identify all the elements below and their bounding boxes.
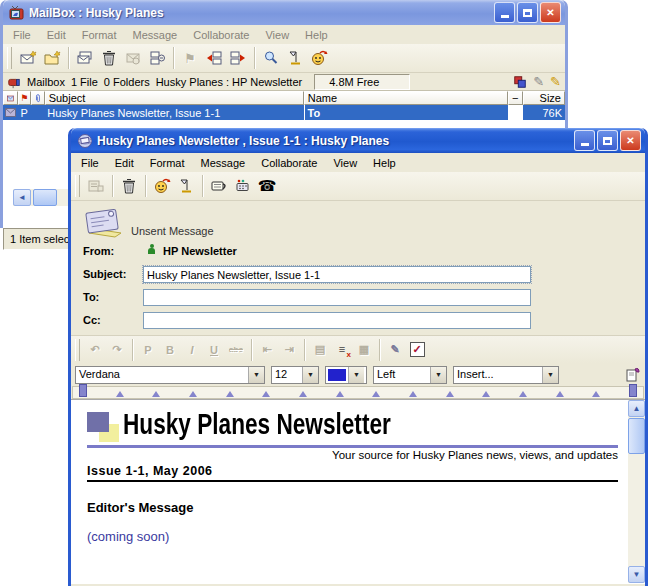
paragraph-button[interactable]: P bbox=[137, 340, 159, 360]
menu-format[interactable]: Format bbox=[74, 27, 125, 43]
toolbar-drag-handle[interactable] bbox=[7, 47, 12, 69]
menu-view[interactable]: View bbox=[325, 155, 365, 171]
minimize-button[interactable] bbox=[574, 130, 595, 151]
tab-stop-marker[interactable] bbox=[372, 391, 380, 397]
redirect-button[interactable] bbox=[150, 174, 174, 198]
cc-input[interactable] bbox=[143, 312, 531, 329]
label-button[interactable] bbox=[174, 174, 198, 198]
spellcheck-button[interactable]: ✓ bbox=[406, 340, 428, 360]
scroll-down-button[interactable]: ▼ bbox=[628, 566, 645, 583]
tab-stop-marker[interactable] bbox=[226, 391, 234, 397]
tab-stop-marker[interactable] bbox=[519, 391, 527, 397]
menu-edit[interactable]: Edit bbox=[39, 27, 74, 43]
right-margin-marker[interactable] bbox=[629, 384, 637, 397]
chevron-down-icon[interactable]: ▼ bbox=[348, 367, 364, 383]
tab-stop-marker[interactable] bbox=[592, 391, 600, 397]
menu-message[interactable]: Message bbox=[193, 155, 254, 171]
size-column-header[interactable]: Size bbox=[523, 91, 565, 105]
collapse-messages-button[interactable] bbox=[145, 46, 169, 70]
close-button[interactable]: ✕ bbox=[540, 2, 561, 23]
strikethrough-button[interactable]: abc bbox=[225, 340, 247, 360]
outdent-button[interactable]: ⇤ bbox=[256, 340, 278, 360]
send-message-button[interactable] bbox=[207, 174, 231, 198]
vertical-scrollbar[interactable]: ▲ ▼ bbox=[628, 400, 645, 583]
chevron-down-icon[interactable]: ▼ bbox=[430, 367, 446, 383]
flag-button[interactable]: ⚑ bbox=[178, 46, 202, 70]
next-message-button[interactable] bbox=[226, 46, 250, 70]
attachment-column-header[interactable] bbox=[31, 91, 45, 105]
message-body-area[interactable]: Husky Planes Newsletter Your source for … bbox=[71, 399, 645, 583]
queue-message-button[interactable] bbox=[84, 174, 108, 198]
indent-button[interactable]: ⇥ bbox=[278, 340, 300, 360]
menu-view[interactable]: View bbox=[257, 27, 297, 43]
check-mail-button[interactable] bbox=[121, 46, 145, 70]
redirect-button[interactable] bbox=[307, 46, 331, 70]
menu-message[interactable]: Message bbox=[125, 27, 186, 43]
underline-button[interactable]: U bbox=[203, 340, 225, 360]
signature-pencil-icon[interactable]: ✎ bbox=[550, 75, 561, 88]
italic-button[interactable]: I bbox=[181, 340, 203, 360]
status-column-header[interactable] bbox=[3, 91, 18, 105]
tab-stop-marker[interactable] bbox=[446, 391, 454, 397]
menu-format[interactable]: Format bbox=[142, 155, 193, 171]
redo-button[interactable]: ↷ bbox=[106, 340, 128, 360]
address-book-button[interactable] bbox=[231, 174, 255, 198]
mailbox-titlebar[interactable]: MailBox : Husky Planes ✕ bbox=[3, 0, 565, 25]
layers-icon[interactable] bbox=[513, 75, 527, 89]
to-input[interactable] bbox=[143, 289, 531, 306]
maximize-button[interactable] bbox=[517, 2, 538, 23]
alignment-select[interactable]: Left ▼ bbox=[373, 366, 447, 384]
scroll-thumb[interactable] bbox=[33, 189, 57, 206]
search-button[interactable] bbox=[259, 46, 283, 70]
flag-column-header[interactable]: ⚑ bbox=[18, 91, 31, 105]
close-button[interactable]: ✕ bbox=[620, 130, 641, 151]
menu-file[interactable]: File bbox=[5, 27, 39, 43]
minimize-button[interactable] bbox=[494, 2, 515, 23]
scroll-up-button[interactable]: ▲ bbox=[628, 400, 645, 417]
clear-format-button[interactable]: ≡ x bbox=[331, 340, 353, 360]
previous-message-button[interactable] bbox=[202, 46, 226, 70]
left-margin-marker[interactable] bbox=[79, 384, 87, 397]
tab-stop-marker[interactable] bbox=[556, 391, 564, 397]
new-folder-button[interactable] bbox=[40, 46, 64, 70]
delete-button[interactable] bbox=[117, 174, 141, 198]
menu-collaborate[interactable]: Collaborate bbox=[185, 27, 257, 43]
newsletter-document[interactable]: Husky Planes Newsletter Your source for … bbox=[71, 400, 628, 583]
chevron-down-icon[interactable]: ▼ bbox=[302, 367, 318, 383]
text-color-select[interactable]: ▼ bbox=[325, 366, 367, 384]
scroll-thumb[interactable] bbox=[628, 418, 645, 454]
menu-help[interactable]: Help bbox=[365, 155, 404, 171]
tab-stop-marker[interactable] bbox=[116, 391, 124, 397]
tab-stop-marker[interactable] bbox=[336, 391, 344, 397]
menu-file[interactable]: File bbox=[73, 155, 107, 171]
label-button[interactable] bbox=[283, 46, 307, 70]
page-options-icon[interactable] bbox=[625, 367, 641, 383]
undo-button[interactable]: ↶ bbox=[84, 340, 106, 360]
font-size-select[interactable]: 12 ▼ bbox=[271, 366, 319, 384]
tab-stop-marker[interactable] bbox=[482, 391, 490, 397]
toolbar-drag-handle[interactable] bbox=[75, 339, 80, 361]
table-button[interactable]: ▤ bbox=[309, 340, 331, 360]
subject-input[interactable] bbox=[143, 266, 531, 283]
delete-button[interactable] bbox=[97, 46, 121, 70]
name-column-header[interactable]: Name bbox=[304, 91, 508, 105]
tab-stop-marker[interactable] bbox=[262, 391, 270, 397]
signature-button[interactable]: ✎ bbox=[384, 340, 406, 360]
copy-message-button[interactable] bbox=[73, 46, 97, 70]
collapse-column-button[interactable]: − bbox=[508, 91, 523, 105]
ruler[interactable] bbox=[72, 386, 644, 399]
toolbar-drag-handle[interactable] bbox=[75, 175, 80, 197]
compose-window[interactable]: Husky Planes Newsletter , Issue 1-1 : Hu… bbox=[68, 128, 648, 586]
font-select[interactable]: Verdana ▼ bbox=[75, 366, 265, 384]
pencil-icon[interactable]: ✎ bbox=[533, 75, 544, 88]
tab-stop-marker[interactable] bbox=[189, 391, 197, 397]
tab-stop-marker[interactable] bbox=[409, 391, 417, 397]
bold-button[interactable]: B bbox=[159, 340, 181, 360]
maximize-button[interactable] bbox=[597, 130, 618, 151]
dialup-button[interactable]: ☎ bbox=[255, 174, 279, 198]
message-row[interactable]: P Husky Planes Newsletter, Issue 1-1 To … bbox=[3, 105, 565, 120]
scroll-left-button[interactable]: ◄ bbox=[13, 189, 31, 206]
insert-object-button[interactable]: ▦ bbox=[353, 340, 375, 360]
menu-collaborate[interactable]: Collaborate bbox=[253, 155, 325, 171]
menu-help[interactable]: Help bbox=[297, 27, 336, 43]
